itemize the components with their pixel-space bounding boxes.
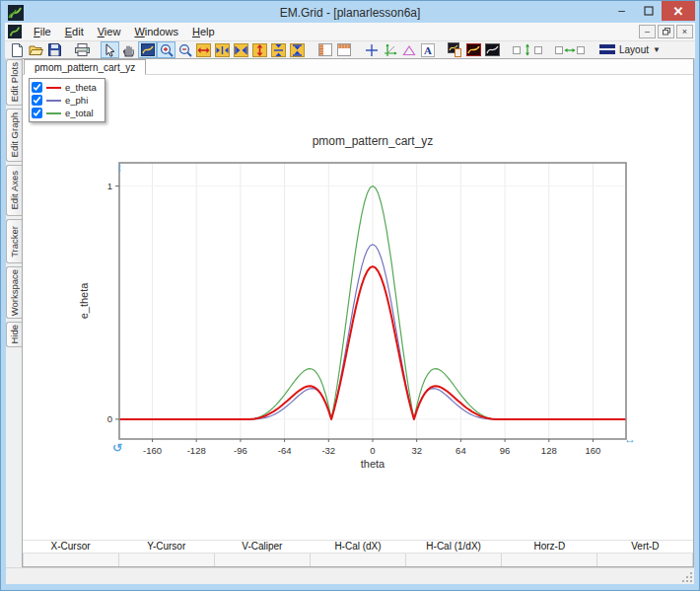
legend-row-e-theta: e_theta bbox=[32, 81, 97, 94]
menu-help[interactable]: Help bbox=[185, 24, 222, 39]
select-cursor-button[interactable] bbox=[101, 41, 119, 58]
zoom-out-button[interactable] bbox=[175, 41, 194, 58]
copy-plot-button[interactable] bbox=[446, 41, 464, 58]
copy-plot-icon bbox=[448, 42, 462, 57]
sidebar-tab-workspace[interactable]: Workspace bbox=[6, 266, 22, 319]
menu-view[interactable]: View bbox=[91, 24, 128, 39]
readout-value bbox=[502, 554, 597, 566]
title-bar: EM.Grid - [planarlesson6a] – ✕ bbox=[5, 2, 695, 23]
svg-text:↕: ↕ bbox=[116, 161, 122, 175]
readout-header-row: X-Cursor Y-Cursor V-Caliper H-Cal (dX) H… bbox=[23, 540, 693, 553]
sidebar-tab-edit-plots[interactable]: Edit Plots bbox=[6, 59, 22, 106]
zoom-region-button[interactable] bbox=[138, 41, 157, 58]
space-vertical-button[interactable] bbox=[511, 41, 544, 58]
open-file-icon bbox=[29, 43, 43, 56]
fit-x-button[interactable] bbox=[232, 41, 250, 58]
svg-text:160: 160 bbox=[586, 445, 601, 456]
sidebar-tab-edit-graph[interactable]: Edit Graph bbox=[6, 109, 22, 162]
readout-value bbox=[119, 554, 215, 566]
chevron-down-icon: ▼ bbox=[653, 45, 661, 54]
svg-text:96: 96 bbox=[500, 445, 511, 456]
status-bar bbox=[6, 567, 694, 584]
zoom-in-icon bbox=[160, 43, 174, 57]
legend-row-e-phi: e_phi bbox=[32, 94, 97, 107]
sidebar-tab-hide[interactable]: Hide bbox=[6, 322, 22, 347]
print-button[interactable] bbox=[73, 41, 92, 58]
panel-left-button[interactable] bbox=[315, 41, 334, 58]
svg-text:0: 0 bbox=[370, 445, 375, 456]
select-cursor-icon bbox=[105, 43, 115, 57]
zoom-in-button[interactable] bbox=[157, 41, 175, 58]
sidebar-tab-label: Workspace bbox=[9, 269, 20, 316]
sidebar-tab-label: Tracker bbox=[9, 226, 20, 258]
legend-row-e-total: e_total bbox=[32, 107, 97, 119]
tab-pmom-pattern-cart-yz[interactable]: pmom_pattern_cart_yz bbox=[24, 59, 146, 75]
compress-y-button[interactable] bbox=[269, 41, 288, 58]
space-horizontal-button[interactable] bbox=[553, 41, 587, 58]
readout-value bbox=[597, 554, 693, 566]
child-restore-button[interactable] bbox=[658, 25, 674, 38]
legend-label: e_phi bbox=[65, 95, 88, 106]
plot-style-red-icon bbox=[466, 43, 481, 56]
zoom-region-icon bbox=[141, 43, 155, 56]
open-file-button[interactable] bbox=[27, 41, 45, 58]
add-text-button[interactable]: A bbox=[418, 41, 437, 58]
crosshair-icon bbox=[365, 43, 379, 57]
app-window: EM.Grid - [planarlesson6a] – ✕ File Edit… bbox=[0, 0, 700, 591]
zoom-out-icon bbox=[178, 43, 192, 57]
plot-style-red-button[interactable] bbox=[464, 41, 483, 58]
menu-windows[interactable]: Windows bbox=[127, 24, 185, 39]
legend-line-swatch bbox=[46, 100, 61, 102]
plot-canvas[interactable]: -160-128-96-64-32032649612816001pmom_pat… bbox=[23, 75, 693, 542]
space-horizontal-icon bbox=[554, 43, 586, 56]
layout-label: Layout bbox=[619, 44, 649, 55]
legend-label: e_total bbox=[65, 108, 94, 118]
readout-header: Y-Cursor bbox=[118, 541, 214, 553]
expand-y-icon bbox=[252, 43, 267, 57]
legend-box[interactable]: e_theta e_phi e_total bbox=[29, 78, 105, 122]
panel-top-button[interactable] bbox=[334, 41, 353, 58]
sidebar-tab-label: Edit Axes bbox=[9, 171, 20, 210]
expand-x-icon bbox=[196, 43, 211, 57]
menu-file[interactable]: File bbox=[27, 24, 58, 39]
move-axes-button[interactable] bbox=[381, 41, 399, 58]
layout-dropdown[interactable]: Layout ▼ bbox=[595, 43, 665, 56]
readout-header: X-Cursor bbox=[23, 541, 118, 553]
save-button[interactable] bbox=[45, 41, 64, 58]
minimize-button[interactable]: – bbox=[608, 1, 635, 21]
expand-x-button[interactable] bbox=[194, 41, 213, 58]
fit-x-icon bbox=[234, 43, 248, 57]
fit-y-button[interactable] bbox=[288, 41, 307, 58]
compress-x-button[interactable] bbox=[213, 41, 232, 58]
legend-checkbox-e-theta[interactable] bbox=[32, 82, 42, 93]
document-tab-bar: pmom_pattern_cart_yz bbox=[23, 59, 693, 75]
legend-checkbox-e-phi[interactable] bbox=[32, 95, 42, 106]
plot-style-dark-button[interactable] bbox=[483, 41, 502, 58]
svg-text:64: 64 bbox=[455, 445, 466, 456]
readout-value-row bbox=[23, 553, 693, 566]
plot-style-dark-icon bbox=[485, 43, 500, 56]
legend-line-swatch bbox=[46, 112, 61, 114]
side-tab-strip: Edit Plots Edit Graph Edit Axes Tracker … bbox=[6, 59, 22, 567]
close-button[interactable]: ✕ bbox=[662, 1, 695, 21]
child-close-button[interactable]: × bbox=[676, 25, 693, 38]
child-minimize-button[interactable]: – bbox=[639, 25, 656, 38]
svg-text:-64: -64 bbox=[278, 445, 292, 456]
chart-svg[interactable]: -160-128-96-64-32032649612816001pmom_pat… bbox=[23, 75, 693, 542]
menu-edit[interactable]: Edit bbox=[58, 24, 91, 39]
svg-text:A: A bbox=[424, 44, 432, 56]
sidebar-tab-tracker[interactable]: Tracker bbox=[6, 219, 22, 263]
readout-header: Vert-D bbox=[597, 541, 693, 553]
pan-hand-button[interactable] bbox=[119, 41, 138, 58]
crosshair-button[interactable] bbox=[362, 41, 381, 58]
draw-triangle-button[interactable] bbox=[399, 41, 418, 58]
app-logo-icon bbox=[8, 5, 24, 21]
resize-grip[interactable] bbox=[682, 572, 693, 583]
window-title: EM.Grid - [planarlesson6a] bbox=[5, 6, 695, 20]
maximize-button[interactable] bbox=[635, 1, 662, 21]
sidebar-tab-edit-axes[interactable]: Edit Axes bbox=[6, 165, 22, 216]
legend-checkbox-e-total[interactable] bbox=[32, 108, 42, 118]
new-file-button[interactable] bbox=[8, 41, 27, 58]
panel-left-icon bbox=[318, 43, 332, 56]
expand-y-button[interactable] bbox=[250, 41, 269, 58]
